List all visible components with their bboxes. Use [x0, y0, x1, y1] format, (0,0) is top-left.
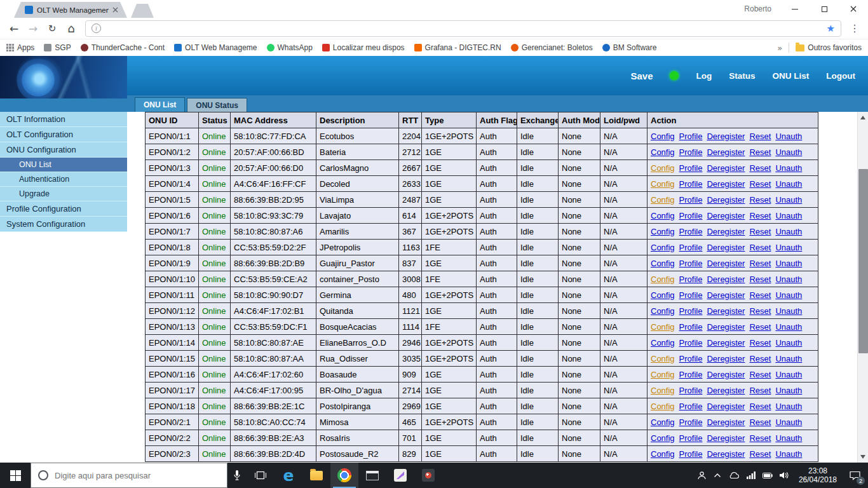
- action-deregister-link[interactable]: Deregister: [707, 259, 745, 268]
- taskbar-app3-button[interactable]: [414, 463, 442, 488]
- action-config-link[interactable]: Config: [651, 259, 675, 268]
- tab-onu-list[interactable]: ONU List: [135, 97, 185, 112]
- action-profile-link[interactable]: Profile: [679, 386, 703, 395]
- action-unauth-link[interactable]: Unauth: [775, 370, 802, 379]
- action-unauth-link[interactable]: Unauth: [775, 211, 802, 220]
- action-reset-link[interactable]: Reset: [749, 417, 771, 427]
- action-profile-link[interactable]: Profile: [679, 417, 703, 427]
- action-unauth-link[interactable]: Unauth: [775, 259, 802, 268]
- scrollbar-up-arrow[interactable]: [858, 112, 868, 123]
- action-deregister-link[interactable]: Deregister: [707, 243, 745, 252]
- action-deregister-link[interactable]: Deregister: [707, 132, 745, 141]
- action-config-link[interactable]: Config: [651, 338, 675, 348]
- action-config-link[interactable]: Config: [651, 449, 675, 459]
- taskbar-search-input[interactable]: [55, 471, 207, 480]
- log-button[interactable]: Log: [696, 71, 712, 81]
- sidebar-item-olt-configuration[interactable]: OLT Configuration: [0, 127, 127, 142]
- onu-list-button[interactable]: ONU List: [773, 71, 810, 81]
- sidebar-item-profile-configuration[interactable]: Profile Configuration: [0, 201, 127, 217]
- taskbar-terminal-button[interactable]: [358, 463, 386, 488]
- action-reset-link[interactable]: Reset: [749, 433, 771, 443]
- action-profile-link[interactable]: Profile: [679, 306, 703, 316]
- action-reset-link[interactable]: Reset: [749, 195, 771, 205]
- window-maximize-button[interactable]: [810, 0, 839, 18]
- action-config-link[interactable]: Config: [651, 290, 675, 300]
- action-deregister-link[interactable]: Deregister: [707, 274, 745, 284]
- forward-icon[interactable]: [24, 20, 42, 37]
- action-config-link[interactable]: Config: [651, 195, 675, 205]
- window-minimize-button[interactable]: [780, 0, 810, 18]
- address-bar-input[interactable]: [106, 24, 822, 33]
- action-profile-link[interactable]: Profile: [679, 322, 703, 332]
- sidebar-item-onu-list[interactable]: ONU List: [0, 158, 127, 172]
- action-profile-link[interactable]: Profile: [679, 147, 703, 157]
- action-config-link[interactable]: Config: [651, 274, 675, 284]
- action-reset-link[interactable]: Reset: [749, 290, 771, 300]
- bookmark-item-grafana-digtec-rn[interactable]: Grafana - DIGTEC.RN: [414, 43, 501, 52]
- action-profile-link[interactable]: Profile: [679, 402, 703, 411]
- action-unauth-link[interactable]: Unauth: [775, 433, 802, 443]
- action-deregister-link[interactable]: Deregister: [707, 370, 745, 379]
- action-profile-link[interactable]: Profile: [679, 179, 703, 189]
- action-profile-link[interactable]: Profile: [679, 259, 703, 268]
- action-deregister-link[interactable]: Deregister: [707, 195, 745, 205]
- action-profile-link[interactable]: Profile: [679, 274, 703, 284]
- action-deregister-link[interactable]: Deregister: [707, 227, 745, 236]
- action-unauth-link[interactable]: Unauth: [775, 402, 802, 411]
- logout-button[interactable]: Logout: [826, 71, 855, 81]
- action-reset-link[interactable]: Reset: [749, 402, 771, 411]
- browser-menu-icon[interactable]: [846, 22, 863, 34]
- action-reset-link[interactable]: Reset: [749, 322, 771, 332]
- action-unauth-link[interactable]: Unauth: [775, 147, 802, 157]
- action-config-link[interactable]: Config: [651, 322, 675, 332]
- bookmark-item-whatsapp[interactable]: WhatsApp: [267, 43, 313, 52]
- sidebar-item-onu-configuration[interactable]: ONU Configuration: [0, 142, 127, 158]
- hidden-icons-chevron[interactable]: [714, 473, 721, 478]
- action-config-link[interactable]: Config: [651, 433, 675, 443]
- action-config-link[interactable]: Config: [651, 179, 675, 189]
- start-button[interactable]: [0, 463, 31, 488]
- action-deregister-link[interactable]: Deregister: [707, 306, 745, 316]
- taskbar-app2-button[interactable]: [386, 463, 414, 488]
- action-config-link[interactable]: Config: [651, 386, 675, 395]
- bookmark-item-gerencianet-boletos[interactable]: Gerencianet: Boletos: [511, 43, 593, 52]
- action-reset-link[interactable]: Reset: [749, 386, 771, 395]
- browser-profile-name[interactable]: Roberto: [744, 4, 771, 13]
- taskbar-clock[interactable]: 23:08 26/04/2018: [799, 466, 837, 484]
- action-config-link[interactable]: Config: [651, 147, 675, 157]
- action-profile-link[interactable]: Profile: [679, 132, 703, 141]
- action-reset-link[interactable]: Reset: [749, 259, 771, 268]
- onedrive-cloud-icon[interactable]: [728, 471, 740, 479]
- action-unauth-link[interactable]: Unauth: [775, 195, 802, 205]
- other-bookmarks-folder[interactable]: Outros favoritos: [796, 43, 862, 52]
- sidebar-item-system-configuration[interactable]: System Configuration: [0, 217, 127, 232]
- action-reset-link[interactable]: Reset: [749, 243, 771, 252]
- sidebar-item-authentication[interactable]: Authentication: [0, 172, 127, 187]
- action-profile-link[interactable]: Profile: [679, 433, 703, 443]
- bookmark-item-localizar-meu-dispos[interactable]: Localizar meu dispos: [322, 43, 405, 52]
- taskbar-explorer-button[interactable]: [302, 463, 330, 488]
- action-config-link[interactable]: Config: [651, 163, 675, 173]
- action-reset-link[interactable]: Reset: [749, 211, 771, 220]
- action-config-link[interactable]: Config: [651, 370, 675, 379]
- action-deregister-link[interactable]: Deregister: [707, 354, 745, 363]
- action-profile-link[interactable]: Profile: [679, 354, 703, 363]
- action-config-link[interactable]: Config: [651, 132, 675, 141]
- tab-close-icon[interactable]: [112, 7, 118, 13]
- action-profile-link[interactable]: Profile: [679, 163, 703, 173]
- network-icon[interactable]: [747, 471, 756, 479]
- action-deregister-link[interactable]: Deregister: [707, 290, 745, 300]
- action-config-link[interactable]: Config: [651, 402, 675, 411]
- page-info-icon[interactable]: [92, 24, 101, 33]
- sidebar-item-olt-information[interactable]: OLT Information: [0, 112, 127, 127]
- scrollbar-thumb[interactable]: [858, 169, 868, 353]
- action-unauth-link[interactable]: Unauth: [775, 306, 802, 316]
- action-deregister-link[interactable]: Deregister: [707, 386, 745, 395]
- action-reset-link[interactable]: Reset: [749, 449, 771, 459]
- action-reset-link[interactable]: Reset: [749, 227, 771, 236]
- action-profile-link[interactable]: Profile: [679, 290, 703, 300]
- action-unauth-link[interactable]: Unauth: [775, 227, 802, 236]
- action-unauth-link[interactable]: Unauth: [775, 322, 802, 332]
- action-unauth-link[interactable]: Unauth: [775, 243, 802, 252]
- action-unauth-link[interactable]: Unauth: [775, 449, 802, 459]
